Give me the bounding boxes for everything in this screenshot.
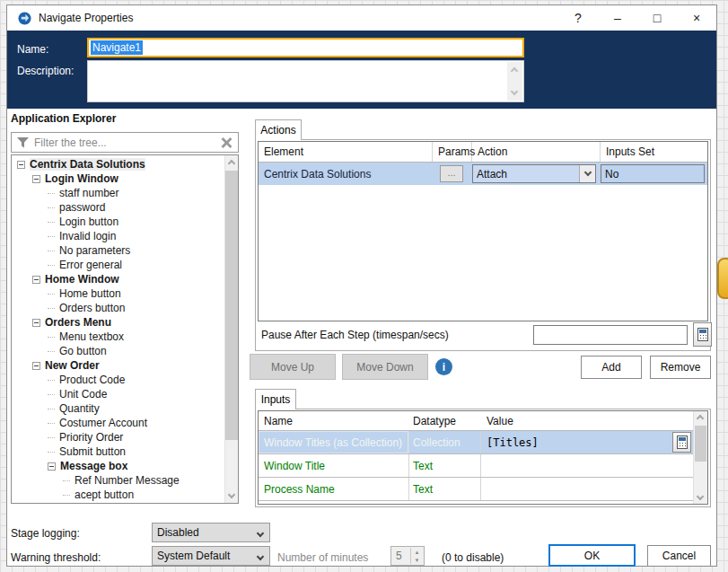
cancel-button[interactable]: Cancel (647, 545, 711, 567)
actions-table-row[interactable]: Centrix Data Solutions ... Attach No (259, 163, 707, 185)
scrollbar-thumb[interactable] (695, 426, 706, 462)
column-header[interactable]: Element (259, 142, 433, 162)
app-explorer-tree: Centrix Data SolutionsLogin Windowstaff … (11, 154, 239, 504)
clear-filter-icon[interactable] (220, 136, 232, 149)
pause-after-step-input[interactable] (533, 325, 688, 345)
tree-item[interactable]: Costumer Account (12, 416, 224, 430)
tree-item[interactable]: Product Code (12, 373, 224, 387)
column-header[interactable]: Datatype (409, 415, 481, 427)
scroll-down-icon[interactable] (511, 88, 518, 95)
tree-item[interactable]: acept button (12, 488, 224, 502)
actions-table-header: Element Params Action Inputs Set (259, 142, 707, 163)
warning-threshold-dropdown[interactable]: System Default (152, 546, 270, 566)
inputs-table: Name Datatype Value Window Titles (as Co… (258, 410, 708, 505)
tree-item[interactable]: Invalid login (12, 229, 224, 243)
tree-item[interactable]: New Order (12, 358, 224, 373)
calculator-icon[interactable] (693, 322, 712, 347)
tab-actions[interactable]: Actions (255, 119, 302, 140)
inputs-set-cell[interactable]: No (601, 164, 705, 183)
filter-input[interactable] (34, 136, 220, 149)
titlebar[interactable]: Navigate Properties ? – □ × (7, 5, 716, 31)
column-header[interactable]: Params (433, 142, 472, 162)
expander-minus-icon[interactable] (32, 276, 40, 284)
scrollbar-thumb[interactable] (225, 171, 238, 440)
tree-item[interactable]: Submit button (12, 444, 224, 459)
inputs-table-row[interactable]: Window TitleText (259, 454, 693, 478)
tree-item-label: Product Code (59, 374, 125, 386)
description-textarea[interactable] (87, 60, 524, 102)
tree-item-label: Costumer Account (59, 417, 147, 429)
calculator-icon[interactable] (672, 432, 691, 453)
input-name-cell[interactable]: Window Titles (as Collection) (259, 431, 409, 453)
tab-inputs[interactable]: Inputs (255, 389, 296, 409)
scroll-up-icon[interactable] (228, 160, 235, 167)
expander-minus-icon[interactable] (32, 175, 40, 183)
tree-connector (63, 495, 70, 496)
ok-button[interactable]: OK (548, 544, 636, 567)
tree-item[interactable]: Error general (12, 258, 224, 272)
tree-item[interactable]: Orders Menu (12, 315, 224, 330)
remove-button[interactable]: Remove (650, 356, 711, 379)
dialog-title: Navigate Properties (39, 12, 133, 24)
spinner-up-icon[interactable]: ▲ (411, 548, 423, 556)
tree-item[interactable]: Priority Order (12, 430, 224, 444)
tree-item[interactable]: Orders button (12, 301, 224, 315)
tree-item[interactable]: Go button (12, 344, 224, 358)
scroll-down-icon[interactable] (228, 491, 235, 498)
tree-item-label: Ref Number Message (75, 474, 180, 487)
expander-minus-icon[interactable] (17, 161, 25, 169)
move-up-button[interactable]: Move Up (250, 354, 336, 380)
tree-item[interactable]: Home Window (12, 272, 224, 286)
input-value-cell[interactable]: [Titles] (481, 436, 693, 449)
input-name-cell[interactable]: Window Title (259, 454, 409, 477)
tree-item[interactable]: Ref Number Message (12, 473, 224, 488)
tree-item[interactable]: staff number (12, 186, 224, 200)
add-button[interactable]: Add (581, 356, 642, 379)
expander-minus-icon[interactable] (32, 319, 40, 327)
scroll-up-icon[interactable] (511, 67, 518, 75)
inputs-scrollbar[interactable] (693, 411, 707, 504)
tree-item[interactable]: Message box (12, 459, 224, 473)
help-icon[interactable]: ? (558, 5, 598, 31)
close-icon[interactable]: × (677, 5, 716, 31)
stage-logging-dropdown[interactable]: Disabled (152, 523, 270, 542)
minutes-value: 5 (396, 550, 402, 562)
tree-item[interactable]: Quantity (12, 401, 224, 416)
inputs-table-row[interactable]: Window Titles (as Collection)Collection[… (259, 431, 693, 454)
minimize-icon[interactable]: – (598, 5, 637, 31)
chevron-down-icon[interactable] (579, 165, 595, 182)
tree-item[interactable]: Login Window (12, 172, 224, 186)
column-header[interactable]: Inputs Set (601, 142, 707, 162)
minutes-spinner[interactable]: 5 ▲ ▼ (390, 546, 425, 566)
inputs-table-row[interactable]: Process NameText (259, 478, 693, 501)
action-element-cell[interactable]: Centrix Data Solutions (259, 168, 433, 180)
spinner-down-icon[interactable]: ▼ (411, 556, 423, 564)
tree-item[interactable]: Centrix Data Solutions (12, 157, 224, 172)
tree-item[interactable]: No parameters (12, 243, 224, 258)
tree-item[interactable]: password (12, 200, 224, 215)
expander-minus-icon[interactable] (32, 362, 40, 370)
column-header[interactable]: Action (472, 142, 601, 162)
tree-item-label: Go button (59, 345, 107, 357)
scroll-down-icon[interactable] (697, 493, 704, 500)
tree-item[interactable]: Unit Code (12, 387, 224, 401)
expander-minus-icon[interactable] (48, 462, 56, 471)
tree-scrollbar[interactable] (224, 155, 238, 503)
description-scrollbar[interactable] (507, 62, 522, 101)
move-down-button[interactable]: Move Down (342, 354, 428, 380)
tree-item[interactable]: Home button (12, 286, 224, 301)
action-dropdown[interactable]: Attach (472, 164, 596, 183)
column-header[interactable]: Value (481, 415, 707, 427)
column-header[interactable]: Name (259, 415, 409, 427)
tree-item-label: Home Window (45, 273, 119, 286)
input-name-cell[interactable]: Process Name (259, 478, 409, 500)
input-datatype-cell: Text (409, 478, 481, 500)
funnel-icon (17, 137, 29, 148)
tree-item[interactable]: Menu textbox (12, 330, 224, 344)
tree-item[interactable]: Login button (12, 215, 224, 229)
scroll-up-icon[interactable] (697, 415, 704, 422)
name-input[interactable]: Navigate1 (87, 38, 524, 57)
tree-item-label: No parameters (59, 244, 130, 257)
params-ellipsis-button[interactable]: ... (440, 165, 463, 182)
maximize-icon[interactable]: □ (637, 5, 677, 31)
